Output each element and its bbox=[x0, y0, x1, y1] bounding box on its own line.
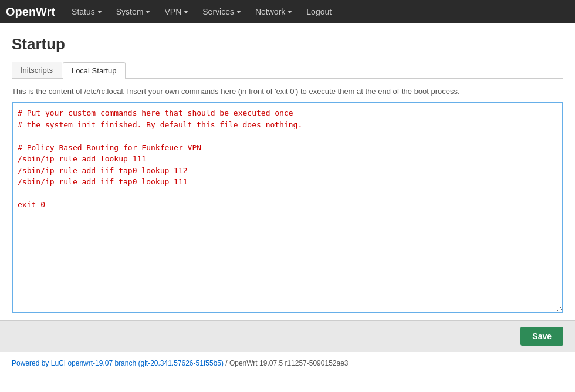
luci-link[interactable]: Powered by LuCI openwrt-19.07 branch (gi… bbox=[12, 359, 224, 367]
chevron-down-icon bbox=[146, 11, 150, 13]
nav-item-logout[interactable]: Logout bbox=[299, 0, 339, 23]
nav-item-status[interactable]: Status bbox=[65, 0, 109, 23]
navbar: OpenWrt StatusSystemVPNServicesNetworkLo… bbox=[0, 0, 575, 23]
startup-editor[interactable] bbox=[12, 102, 563, 313]
page-description: This is the content of /etc/rc.local. In… bbox=[12, 87, 563, 96]
save-button[interactable]: Save bbox=[520, 327, 563, 346]
page-title: Startup bbox=[12, 35, 563, 53]
tab-local-startup[interactable]: Local Startup bbox=[63, 62, 126, 79]
chevron-down-icon bbox=[288, 11, 292, 13]
main-content: Startup InitscriptsLocal Startup This is… bbox=[0, 23, 575, 320]
bottom-footer: Powered by LuCI openwrt-19.07 branch (gi… bbox=[0, 352, 575, 374]
chevron-down-icon bbox=[97, 11, 102, 13]
nav-item-services[interactable]: Services bbox=[195, 0, 248, 23]
tab-bar: InitscriptsLocal Startup bbox=[12, 62, 563, 79]
nav-item-vpn[interactable]: VPN bbox=[157, 0, 195, 23]
footer-bar: Save bbox=[0, 320, 575, 352]
version-text: / OpenWrt 19.07.5 r11257-5090152ae3 bbox=[224, 359, 349, 367]
chevron-down-icon bbox=[184, 11, 188, 13]
nav-item-system[interactable]: System bbox=[109, 0, 158, 23]
chevron-down-icon bbox=[236, 11, 241, 13]
tab-initscripts[interactable]: Initscripts bbox=[12, 62, 62, 78]
brand-logo[interactable]: OpenWrt bbox=[6, 5, 55, 19]
nav-item-network[interactable]: Network bbox=[248, 0, 299, 23]
